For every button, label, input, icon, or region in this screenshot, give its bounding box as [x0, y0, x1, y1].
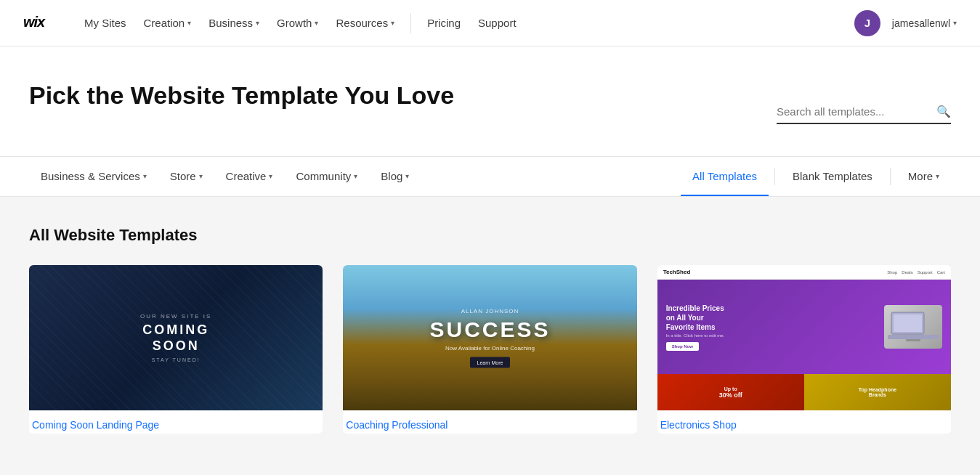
coming-soon-main-text: COMINGSOON [140, 322, 211, 354]
template-label-electronics[interactable]: Electronics Shop [657, 410, 951, 434]
chevron-down-icon: ▾ [953, 19, 957, 27]
template-preview-coming-soon: OUR NEW SITE IS COMINGSOON STAY TUNED! [29, 265, 323, 410]
chevron-down-icon: ▾ [315, 19, 318, 27]
chevron-down-icon: ▾ [199, 172, 203, 180]
nav-divider [410, 13, 411, 33]
template-label-coaching[interactable]: Coaching Professional [343, 410, 636, 434]
coming-soon-stay-text: STAY TUNED! [140, 357, 211, 362]
coaching-cta-button[interactable]: Learn More [470, 357, 511, 368]
template-preview-coaching: ALLAN JOHNSON SUCCESS Now Available for … [343, 265, 636, 410]
nav-item-resources[interactable]: Resources ▾ [328, 11, 402, 35]
elec-card-sale: Up to 30% off [657, 374, 804, 410]
filter-creative[interactable]: Creative ▾ [214, 157, 285, 196]
filter-community[interactable]: Community ▾ [284, 157, 369, 196]
nav-item-pricing[interactable]: Pricing [420, 11, 468, 35]
filter-all-templates[interactable]: All Templates [681, 157, 769, 196]
coaching-success-text: SUCCESS [429, 317, 550, 342]
search-bar: 🔍 [777, 105, 951, 124]
filter-divider [774, 168, 775, 185]
elec-hero-image [884, 305, 942, 349]
elec-hero: Incredible Priceson All YourFavorite Ite… [657, 280, 951, 374]
chevron-down-icon: ▾ [354, 172, 357, 180]
elec-card-red-title: Up to [724, 386, 737, 391]
search-input[interactable] [777, 105, 931, 118]
elec-shop-name: TechShed [663, 269, 691, 275]
template-card-coming-soon[interactable]: OUR NEW SITE IS COMINGSOON STAY TUNED! C… [29, 265, 323, 434]
elec-nav: Shop Deals Support Cart [887, 270, 945, 275]
header-right: J jamesallenwl ▾ [854, 10, 957, 36]
main-nav: My Sites Creation ▾ Business ▾ Growth ▾ … [77, 11, 524, 35]
username-label: jamesallenwl [892, 17, 950, 29]
device-illustration-icon [888, 309, 939, 345]
elec-hero-title: Incredible Priceson All YourFavorite Ite… [666, 304, 725, 332]
nav-item-growth[interactable]: Growth ▾ [270, 11, 325, 35]
filter-blank-templates[interactable]: Blank Templates [781, 157, 884, 196]
svg-rect-3 [888, 335, 939, 339]
section-title: All Website Templates [29, 226, 951, 245]
filter-blog[interactable]: Blog ▾ [369, 157, 421, 196]
nav-item-creation[interactable]: Creation ▾ [137, 11, 199, 35]
chevron-down-icon: ▾ [256, 19, 259, 27]
elec-card-gold-sub: Brands [869, 392, 886, 397]
filter-divider-2 [890, 168, 891, 185]
logo[interactable]: wix [23, 12, 57, 35]
templates-grid: OUR NEW SITE IS COMINGSOON STAY TUNED! C… [29, 265, 951, 434]
elec-hero-sub: In a title. Click here to edit me. [666, 333, 725, 338]
template-card-coaching[interactable]: ALLAN JOHNSON SUCCESS Now Available for … [343, 265, 636, 434]
elec-card-red-discount: 30% off [719, 391, 742, 399]
template-label-coming-soon[interactable]: Coming Soon Landing Page [29, 410, 323, 434]
filter-bar: Business & Services ▾ Store ▾ Creative ▾… [0, 156, 980, 197]
elec-hero-text: Incredible Priceson All YourFavorite Ite… [666, 304, 725, 351]
filter-more[interactable]: More ▾ [896, 157, 951, 196]
coaching-author: ALLAN JOHNSON [429, 308, 550, 314]
chevron-down-icon: ▾ [405, 172, 409, 180]
page-content: Pick the Website Template You Love 🔍 [0, 46, 980, 156]
svg-rect-4 [906, 339, 920, 341]
header: wix My Sites Creation ▾ Business ▾ Growt… [0, 0, 980, 46]
elec-cards: Up to 30% off Top Headphone Brands [657, 374, 951, 410]
search-icon[interactable]: 🔍 [936, 105, 951, 118]
svg-text:wix: wix [23, 14, 46, 30]
coaching-sub: Now Available for Online Coaching [429, 345, 550, 352]
chevron-down-icon: ▾ [936, 172, 939, 180]
nav-item-support[interactable]: Support [471, 11, 524, 35]
header-left: wix My Sites Creation ▾ Business ▾ Growt… [23, 11, 524, 35]
filter-business-services[interactable]: Business & Services ▾ [29, 157, 158, 196]
main-area: All Website Templates OUR NEW SITE IS CO… [0, 197, 980, 475]
user-menu[interactable]: jamesallenwl ▾ [892, 17, 957, 29]
chevron-down-icon: ▾ [269, 172, 272, 180]
elec-shop-now-button[interactable]: Shop Now [666, 342, 699, 351]
filter-store[interactable]: Store ▾ [158, 157, 214, 196]
chevron-down-icon: ▾ [187, 19, 191, 27]
coming-soon-pre-text: OUR NEW SITE IS [140, 313, 211, 320]
wix-logo-icon: wix [23, 14, 57, 30]
elec-card-gold-title: Top Headphone [859, 387, 896, 392]
chevron-down-icon: ▾ [143, 172, 147, 180]
chevron-down-icon: ▾ [391, 19, 394, 27]
svg-rect-2 [894, 314, 922, 332]
svg-rect-1 [891, 312, 924, 334]
template-preview-electronics: TechShed Shop Deals Support Cart Incredi… [657, 265, 951, 410]
avatar: J [854, 10, 880, 36]
elec-header: TechShed Shop Deals Support Cart [657, 265, 951, 280]
nav-item-business[interactable]: Business ▾ [201, 11, 267, 35]
template-card-electronics[interactable]: TechShed Shop Deals Support Cart Incredi… [657, 265, 951, 434]
elec-card-headphones: Top Headphone Brands [804, 374, 951, 410]
nav-item-mysites[interactable]: My Sites [77, 11, 134, 35]
